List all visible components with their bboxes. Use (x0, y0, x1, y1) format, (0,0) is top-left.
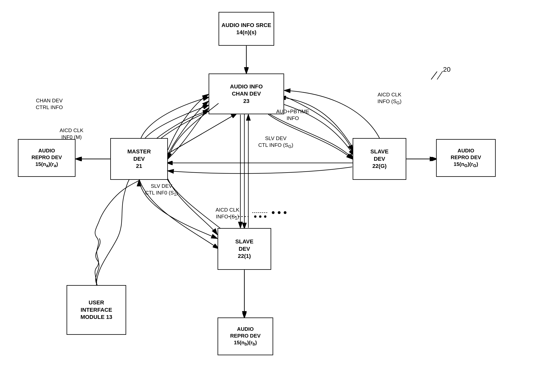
aicd-clk-sg-label: AICD CLKINFO (SG) (377, 91, 402, 106)
slave-dev-g-label: SLAVEDEV22(G) (370, 148, 388, 170)
user-interface-box: USERINTERFACEMODULE 13 (67, 285, 126, 335)
master-dev-box: MASTERDEV21 (110, 138, 168, 180)
audio-info-srce-box: AUDIO INFO SRCE 14(n)(s) (219, 12, 274, 46)
chan-dev-ctrl-label: CHAN DEVCTRL INFO (36, 97, 63, 111)
slave-dev-g-box: SLAVEDEV22(G) (353, 138, 406, 180)
slv-dev-ctl-s1-label: SLV DEVCTL INF0 (S1) (145, 183, 178, 197)
svg-point-6 (259, 215, 261, 218)
audio-info-chan-dev-label: AUDIO INFOCHAN DEV23 (230, 83, 263, 105)
audio-info-chan-dev-box: AUDIO INFOCHAN DEV23 (209, 73, 284, 114)
slv-dev-ctl-sg-label: SLV DEVCTL INFO (SG) (258, 135, 293, 150)
svg-point-5 (254, 215, 256, 218)
audio-info-srce-label: AUDIO INFO SRCE 14(n)(s) (221, 22, 272, 36)
master-dev-label: MASTERDEV21 (127, 148, 151, 170)
audio-repro-dev-g-box: AUDIOREPRO DEV15(nG)(rG) (436, 139, 496, 177)
aud-pbtime-label: AUD+PBTIMEINFO (276, 108, 309, 122)
svg-point-7 (264, 215, 266, 218)
aicd-clk-m-label: AICD CLKINF0 (M) (60, 127, 83, 141)
slave-dev-1-label: SLAVEDEV22(1) (235, 238, 253, 260)
audio-repro-dev-a-box: AUDIOREPRO DEV15(na)(ra) (18, 139, 76, 177)
audio-repro-dev-b-box: AUDIOREPRO DEV15(nb)(rb) (217, 318, 273, 355)
diagram: AUDIO INFO SRCE 14(n)(s) AUDIO INFOCHAN … (0, 0, 539, 392)
svg-line-11 (431, 72, 437, 79)
aicd-clk-s1-label: AICD CLKINFO (S1) (216, 207, 239, 221)
slave-dev-1-box: SLAVEDEV22(1) (217, 228, 271, 270)
audio-repro-dev-g-label: AUDIOREPRO DEV15(nG)(rG) (451, 147, 481, 169)
audio-repro-dev-b-label: AUDIOREPRO DEV15(nb)(rb) (230, 326, 260, 347)
audio-repro-dev-a-label: AUDIOREPRO DEV15(na)(ra) (31, 147, 62, 169)
user-interface-label: USERINTERFACEMODULE 13 (81, 299, 112, 321)
ref-20: 20 (443, 66, 451, 73)
